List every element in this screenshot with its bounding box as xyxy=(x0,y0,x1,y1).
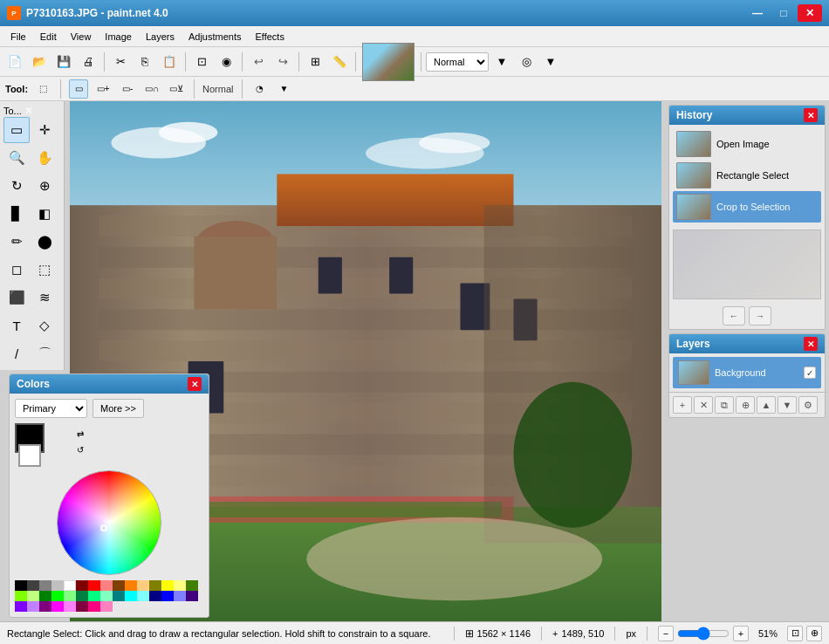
color-swatch-16[interactable] xyxy=(27,591,39,601)
color-swatch-0[interactable] xyxy=(15,580,27,591)
swap-colors-button[interactable]: ⇄ xyxy=(72,427,88,441)
zoom-fit-button[interactable]: ⊡ xyxy=(787,626,803,641)
save-button[interactable]: 💾 xyxy=(52,51,75,73)
color-swatch-37[interactable] xyxy=(100,601,113,612)
history-close-button[interactable]: ✕ xyxy=(804,108,818,122)
feather-dropdown[interactable]: ▼ xyxy=(275,79,294,99)
selection-mode-intersect[interactable]: ▭∩ xyxy=(142,79,161,99)
selection-mode-replace[interactable]: ▭ xyxy=(69,79,88,99)
tool-pencil[interactable]: ✏ xyxy=(3,229,30,255)
layer-duplicate-button[interactable]: ⧉ xyxy=(715,396,734,414)
reset-colors-button[interactable]: ↺ xyxy=(72,442,88,456)
more-button[interactable]: More >> xyxy=(92,399,144,418)
tool-smudge[interactable]: ≋ xyxy=(31,284,58,311)
color-swatch-25[interactable] xyxy=(137,591,149,601)
secondary-color-swatch[interactable] xyxy=(18,444,41,467)
layer-move-down-button[interactable]: ▼ xyxy=(778,396,797,414)
zoom-100-button[interactable]: ⊕ xyxy=(806,626,822,641)
history-undo-button[interactable]: ← xyxy=(723,306,745,325)
menu-edit[interactable]: Edit xyxy=(33,30,64,44)
tool-pan[interactable]: ✋ xyxy=(31,145,58,171)
selection-mode-invert[interactable]: ▭⊻ xyxy=(167,79,186,99)
color-swatch-12[interactable] xyxy=(161,580,174,591)
tool-recolor[interactable]: ⬛ xyxy=(3,284,30,311)
color-swatch-13[interactable] xyxy=(174,580,186,591)
color-swatch-31[interactable] xyxy=(27,601,39,612)
layer-add-button[interactable]: + xyxy=(673,396,692,414)
paste-button[interactable]: 📋 xyxy=(158,51,181,73)
close-button[interactable]: ✕ xyxy=(798,4,822,22)
draw-button[interactable]: ◉ xyxy=(215,51,237,73)
copy-button[interactable]: ⎘ xyxy=(134,51,156,73)
open-button[interactable]: 📂 xyxy=(28,51,51,73)
color-swatch-8[interactable] xyxy=(113,580,125,591)
tool-lasso[interactable]: ⌒ xyxy=(31,340,58,367)
toolbox-close-button[interactable]: ✕ xyxy=(24,105,33,117)
tool-line[interactable]: / xyxy=(3,340,30,367)
tool-magic-wand[interactable]: ⊕ xyxy=(31,173,58,199)
minimize-button[interactable]: — xyxy=(745,4,770,22)
selection-mode-subtract[interactable]: ▭- xyxy=(118,79,137,99)
selection-mode-add[interactable]: ▭+ xyxy=(93,79,113,99)
color-swatch-28[interactable] xyxy=(174,591,186,601)
tool-rectangle-select[interactable]: ▭ xyxy=(3,117,30,143)
color-swatch-4[interactable] xyxy=(64,580,76,591)
color-swatch-2[interactable] xyxy=(39,580,51,591)
color-mode-select[interactable]: Primary Secondary xyxy=(15,399,87,418)
tool-gradient[interactable]: ◧ xyxy=(31,201,58,227)
grid-button[interactable]: ⊞ xyxy=(304,51,326,73)
cut-button[interactable]: ✂ xyxy=(109,51,132,73)
color-swatch-6[interactable] xyxy=(88,580,100,591)
zoom-slider[interactable] xyxy=(677,627,730,640)
history-item-0[interactable]: Open Image xyxy=(673,128,821,160)
layer-delete-button[interactable]: ✕ xyxy=(694,396,713,414)
tool-brush[interactable]: ⬤ xyxy=(31,229,58,255)
zoom-in-button[interactable]: + xyxy=(733,626,749,641)
color-swatch-36[interactable] xyxy=(88,601,100,612)
color-swatch-3[interactable] xyxy=(51,580,64,591)
menu-image[interactable]: Image xyxy=(98,30,139,44)
menu-layers[interactable]: Layers xyxy=(139,30,182,44)
tool-rotate[interactable]: ↻ xyxy=(3,173,30,199)
history-redo-button[interactable]: → xyxy=(749,306,771,325)
feather-btn[interactable]: ◔ xyxy=(250,79,270,99)
ruler-button[interactable]: 📏 xyxy=(328,51,351,73)
history-item-2[interactable]: Crop to Selection xyxy=(673,191,821,223)
layer-item-background[interactable]: Background ✓ xyxy=(673,357,821,388)
colors-close-button[interactable]: ✕ xyxy=(188,377,202,391)
opacity-dropdown[interactable]: ▼ xyxy=(539,51,562,73)
history-item-1[interactable]: Rectangle Select xyxy=(673,160,821,191)
color-swatch-34[interactable] xyxy=(64,601,76,612)
opacity-btn[interactable]: ◎ xyxy=(515,51,538,73)
color-swatch-7[interactable] xyxy=(100,580,113,591)
color-swatch-15[interactable] xyxy=(15,591,27,601)
layer-properties-button[interactable]: ⚙ xyxy=(798,396,818,414)
color-swatch-27[interactable] xyxy=(161,591,174,601)
crop-button[interactable]: ⊡ xyxy=(190,51,213,73)
menu-effects[interactable]: Effects xyxy=(249,30,291,44)
tool-zoom[interactable]: 🔍 xyxy=(3,145,30,171)
color-swatch-19[interactable] xyxy=(64,591,76,601)
undo-button[interactable]: ↩ xyxy=(247,51,270,73)
print-button[interactable]: 🖨 xyxy=(77,51,99,73)
color-swatch-1[interactable] xyxy=(27,580,39,591)
new-button[interactable]: 📄 xyxy=(3,51,26,73)
color-swatch-26[interactable] xyxy=(149,591,161,601)
color-swatch-32[interactable] xyxy=(39,601,51,612)
zoom-out-button[interactable]: − xyxy=(658,626,674,641)
color-swatch-35[interactable] xyxy=(76,601,88,612)
color-swatch-33[interactable] xyxy=(51,601,64,612)
color-swatch-30[interactable] xyxy=(15,601,27,612)
tool-text[interactable]: T xyxy=(3,312,30,339)
layer-move-up-button[interactable]: ▲ xyxy=(757,396,776,414)
maximize-button[interactable]: □ xyxy=(771,4,796,22)
layer-visibility-checkbox[interactable]: ✓ xyxy=(804,367,816,379)
color-swatch-29[interactable] xyxy=(186,591,198,601)
blend-mode-select[interactable]: Normal Dissolve Multiply Screen Overlay xyxy=(426,52,489,72)
color-swatch-9[interactable] xyxy=(125,580,137,591)
layers-close-button[interactable]: ✕ xyxy=(804,337,818,351)
layer-merge-button[interactable]: ⊕ xyxy=(736,396,755,414)
menu-file[interactable]: File xyxy=(3,30,33,44)
color-wheel[interactable] xyxy=(57,470,161,575)
color-swatch-22[interactable] xyxy=(100,591,113,601)
